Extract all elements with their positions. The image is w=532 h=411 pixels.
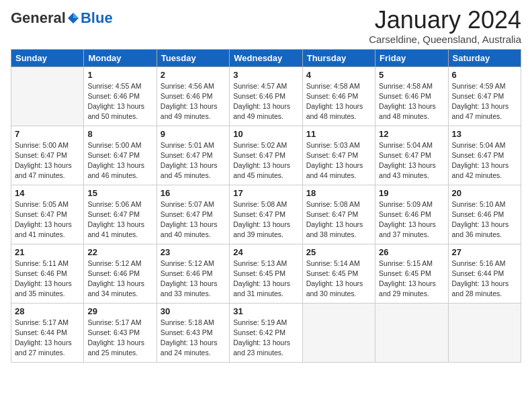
day-number: 9 xyxy=(161,129,226,139)
cell-info: Sunrise: 5:07 AM Sunset: 6:47 PM Dayligh… xyxy=(161,199,226,240)
day-number: 6 xyxy=(452,70,517,80)
day-number: 10 xyxy=(233,129,298,139)
calendar-cell: 24Sunrise: 5:13 AM Sunset: 6:45 PM Dayli… xyxy=(230,244,302,303)
day-number: 31 xyxy=(233,306,298,316)
cell-info: Sunrise: 5:12 AM Sunset: 6:46 PM Dayligh… xyxy=(161,259,226,300)
calendar-cell: 11Sunrise: 5:03 AM Sunset: 6:47 PM Dayli… xyxy=(302,126,375,185)
day-header-sunday: Sunday xyxy=(11,49,84,66)
day-header-friday: Friday xyxy=(375,49,448,66)
cell-info: Sunrise: 5:11 AM Sunset: 6:46 PM Dayligh… xyxy=(15,259,80,300)
calendar-cell: 8Sunrise: 5:00 AM Sunset: 6:47 PM Daylig… xyxy=(84,126,157,185)
day-number: 26 xyxy=(379,247,444,257)
location: Carseldine, Queensland, Australia xyxy=(369,34,521,45)
logo-blue: Blue xyxy=(81,9,113,27)
calendar-header-row: SundayMondayTuesdayWednesdayThursdayFrid… xyxy=(11,49,521,66)
cell-info: Sunrise: 5:16 AM Sunset: 6:44 PM Dayligh… xyxy=(452,259,517,300)
cell-info: Sunrise: 5:17 AM Sunset: 6:44 PM Dayligh… xyxy=(15,318,80,359)
calendar-cell: 29Sunrise: 5:17 AM Sunset: 6:43 PM Dayli… xyxy=(84,303,157,362)
cell-info: Sunrise: 4:57 AM Sunset: 6:46 PM Dayligh… xyxy=(233,81,298,122)
calendar-cell: 25Sunrise: 5:14 AM Sunset: 6:45 PM Dayli… xyxy=(302,244,375,303)
day-number: 30 xyxy=(161,306,226,316)
cell-info: Sunrise: 5:08 AM Sunset: 6:47 PM Dayligh… xyxy=(233,199,298,240)
day-number: 2 xyxy=(161,70,226,80)
cell-info: Sunrise: 5:18 AM Sunset: 6:43 PM Dayligh… xyxy=(161,318,226,359)
week-row-3: 14Sunrise: 5:05 AM Sunset: 6:47 PM Dayli… xyxy=(11,185,521,244)
day-number: 28 xyxy=(15,306,80,316)
calendar-cell: 6Sunrise: 4:59 AM Sunset: 6:47 PM Daylig… xyxy=(448,66,521,126)
calendar-cell: 20Sunrise: 5:10 AM Sunset: 6:46 PM Dayli… xyxy=(448,185,521,244)
calendar-body: 1Sunrise: 4:55 AM Sunset: 6:46 PM Daylig… xyxy=(11,66,521,362)
day-number: 27 xyxy=(452,247,517,257)
calendar-cell: 9Sunrise: 5:01 AM Sunset: 6:47 PM Daylig… xyxy=(157,126,229,185)
calendar-cell: 22Sunrise: 5:12 AM Sunset: 6:46 PM Dayli… xyxy=(84,244,157,303)
svg-marker-1 xyxy=(73,13,79,18)
cell-info: Sunrise: 5:06 AM Sunset: 6:47 PM Dayligh… xyxy=(87,199,152,240)
day-number: 1 xyxy=(87,70,152,80)
cell-info: Sunrise: 5:15 AM Sunset: 6:45 PM Dayligh… xyxy=(379,259,444,300)
calendar-cell: 1Sunrise: 4:55 AM Sunset: 6:46 PM Daylig… xyxy=(84,66,157,126)
calendar-cell: 27Sunrise: 5:16 AM Sunset: 6:44 PM Dayli… xyxy=(448,244,521,303)
logo-general: General xyxy=(11,9,66,27)
day-number: 16 xyxy=(161,188,226,198)
cell-info: Sunrise: 4:58 AM Sunset: 6:46 PM Dayligh… xyxy=(379,81,444,122)
day-number: 19 xyxy=(379,188,444,198)
cell-info: Sunrise: 5:17 AM Sunset: 6:43 PM Dayligh… xyxy=(87,318,152,359)
week-row-5: 28Sunrise: 5:17 AM Sunset: 6:44 PM Dayli… xyxy=(11,303,521,362)
day-number: 7 xyxy=(15,129,80,139)
week-row-4: 21Sunrise: 5:11 AM Sunset: 6:46 PM Dayli… xyxy=(11,244,521,303)
cell-info: Sunrise: 5:13 AM Sunset: 6:45 PM Dayligh… xyxy=(233,259,298,300)
day-number: 18 xyxy=(306,188,371,198)
calendar-cell: 21Sunrise: 5:11 AM Sunset: 6:46 PM Dayli… xyxy=(11,244,84,303)
title-block: January 2024 Carseldine, Queensland, Aus… xyxy=(369,7,521,45)
day-number: 3 xyxy=(233,70,298,80)
day-number: 11 xyxy=(306,129,371,139)
day-number: 13 xyxy=(452,129,517,139)
calendar-cell xyxy=(302,303,375,362)
calendar-cell: 19Sunrise: 5:09 AM Sunset: 6:46 PM Dayli… xyxy=(375,185,448,244)
cell-info: Sunrise: 4:55 AM Sunset: 6:46 PM Dayligh… xyxy=(87,81,152,122)
calendar-cell: 15Sunrise: 5:06 AM Sunset: 6:47 PM Dayli… xyxy=(84,185,157,244)
calendar-cell: 18Sunrise: 5:08 AM Sunset: 6:47 PM Dayli… xyxy=(302,185,375,244)
day-number: 24 xyxy=(233,247,298,257)
day-number: 25 xyxy=(306,247,371,257)
cell-info: Sunrise: 5:03 AM Sunset: 6:47 PM Dayligh… xyxy=(306,140,371,181)
calendar-cell: 10Sunrise: 5:02 AM Sunset: 6:47 PM Dayli… xyxy=(230,126,302,185)
calendar-cell: 31Sunrise: 5:19 AM Sunset: 6:42 PM Dayli… xyxy=(230,303,302,362)
cell-info: Sunrise: 5:08 AM Sunset: 6:47 PM Dayligh… xyxy=(306,199,371,240)
cell-info: Sunrise: 5:04 AM Sunset: 6:47 PM Dayligh… xyxy=(379,140,444,181)
day-number: 15 xyxy=(87,188,152,198)
cell-info: Sunrise: 5:04 AM Sunset: 6:47 PM Dayligh… xyxy=(452,140,517,181)
calendar-cell xyxy=(375,303,448,362)
day-number: 21 xyxy=(15,247,80,257)
cell-info: Sunrise: 4:58 AM Sunset: 6:46 PM Dayligh… xyxy=(306,81,371,122)
cell-info: Sunrise: 5:09 AM Sunset: 6:46 PM Dayligh… xyxy=(379,199,444,240)
day-number: 14 xyxy=(15,188,80,198)
day-number: 20 xyxy=(452,188,517,198)
day-number: 4 xyxy=(306,70,371,80)
day-number: 23 xyxy=(161,247,226,257)
logo: General Blue xyxy=(11,9,113,27)
day-header-wednesday: Wednesday xyxy=(230,49,302,66)
calendar-table: SundayMondayTuesdayWednesdayThursdayFrid… xyxy=(11,49,521,363)
day-header-thursday: Thursday xyxy=(302,49,375,66)
calendar-cell: 16Sunrise: 5:07 AM Sunset: 6:47 PM Dayli… xyxy=(157,185,229,244)
cell-info: Sunrise: 5:19 AM Sunset: 6:42 PM Dayligh… xyxy=(233,318,298,359)
calendar-cell: 28Sunrise: 5:17 AM Sunset: 6:44 PM Dayli… xyxy=(11,303,84,362)
cell-info: Sunrise: 5:01 AM Sunset: 6:47 PM Dayligh… xyxy=(161,140,226,181)
day-number: 22 xyxy=(87,247,152,257)
logo-icon xyxy=(66,11,80,25)
calendar-cell: 13Sunrise: 5:04 AM Sunset: 6:47 PM Dayli… xyxy=(448,126,521,185)
day-number: 29 xyxy=(87,306,152,316)
cell-info: Sunrise: 5:12 AM Sunset: 6:46 PM Dayligh… xyxy=(87,259,152,300)
day-number: 12 xyxy=(379,129,444,139)
day-number: 8 xyxy=(87,129,152,139)
week-row-2: 7Sunrise: 5:00 AM Sunset: 6:47 PM Daylig… xyxy=(11,126,521,185)
calendar-cell: 4Sunrise: 4:58 AM Sunset: 6:46 PM Daylig… xyxy=(302,66,375,126)
day-header-tuesday: Tuesday xyxy=(157,49,229,66)
calendar-cell: 2Sunrise: 4:56 AM Sunset: 6:46 PM Daylig… xyxy=(157,66,229,126)
day-number: 5 xyxy=(379,70,444,80)
week-row-1: 1Sunrise: 4:55 AM Sunset: 6:46 PM Daylig… xyxy=(11,66,521,126)
cell-info: Sunrise: 4:59 AM Sunset: 6:47 PM Dayligh… xyxy=(452,81,517,122)
cell-info: Sunrise: 5:00 AM Sunset: 6:47 PM Dayligh… xyxy=(87,140,152,181)
calendar-cell: 7Sunrise: 5:00 AM Sunset: 6:47 PM Daylig… xyxy=(11,126,84,185)
